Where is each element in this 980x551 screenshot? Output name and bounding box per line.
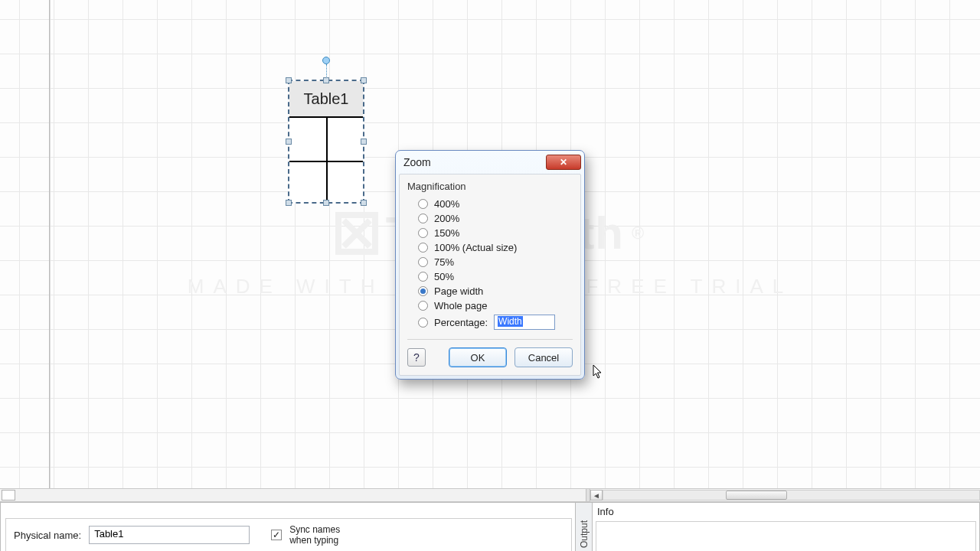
- magnification-label: Magnification: [407, 181, 573, 192]
- resize-handle-mt[interactable]: [323, 77, 329, 83]
- zoom-option-200[interactable]: 200%: [407, 211, 573, 226]
- zoom-option-whole-page[interactable]: Whole page: [407, 298, 573, 313]
- resize-handle-ml[interactable]: [286, 139, 292, 145]
- scroll-left-button[interactable]: ◄: [590, 490, 603, 500]
- radio-icon: [418, 243, 428, 253]
- close-button[interactable]: ✕: [546, 155, 581, 170]
- ok-label: OK: [471, 352, 485, 364]
- output-tab-label: Output: [579, 517, 590, 551]
- physical-name-input[interactable]: Table1: [89, 526, 250, 544]
- horizontal-scrollbar[interactable]: ◄: [0, 488, 980, 502]
- radio-icon: [418, 228, 428, 238]
- sync-names-label-2: when typing: [289, 535, 340, 546]
- scroll-thumb[interactable]: [726, 491, 787, 500]
- cancel-label: Cancel: [528, 352, 559, 364]
- properties-panel: Physical name: Table1 ✓ Sync names when …: [0, 502, 576, 551]
- help-icon: ?: [413, 351, 420, 364]
- mouse-cursor-icon: [593, 364, 603, 380]
- radio-icon: [418, 301, 428, 311]
- zoom-dialog: Zoom ✕ Magnification 400% 200% 150% 100%…: [395, 150, 585, 380]
- zoom-option-label: 100% (Actual size): [434, 242, 517, 253]
- rotation-connector: [326, 64, 327, 78]
- sync-names-checkbox[interactable]: ✓: [271, 530, 282, 540]
- zoom-option-label: Percentage:: [434, 317, 488, 328]
- zoom-option-label: Page width: [434, 285, 483, 297]
- radio-icon: [418, 199, 428, 209]
- dialog-title: Zoom: [403, 156, 431, 168]
- physical-name-value: Table1: [94, 528, 123, 540]
- table-shape-title: Table1: [289, 81, 363, 118]
- ok-button[interactable]: OK: [449, 347, 507, 367]
- resize-handle-br[interactable]: [361, 200, 367, 206]
- resize-handle-bl[interactable]: [286, 200, 292, 206]
- dialog-titlebar[interactable]: Zoom ✕: [396, 151, 584, 174]
- resize-handle-tl[interactable]: [286, 77, 292, 83]
- table-shape[interactable]: Table1: [288, 80, 364, 204]
- resize-handle-mb[interactable]: [323, 200, 329, 206]
- info-panel-title: Info: [597, 506, 614, 517]
- radio-icon: [418, 214, 428, 223]
- radio-icon: [418, 257, 428, 267]
- radio-icon: [418, 272, 428, 282]
- radio-icon: [418, 318, 428, 328]
- zoom-option-percentage[interactable]: Percentage: Width: [407, 313, 573, 331]
- zoom-option-150[interactable]: 150%: [407, 226, 573, 240]
- physical-name-label: Physical name:: [14, 530, 81, 541]
- zoom-option-50[interactable]: 50%: [407, 269, 573, 284]
- zoom-option-400[interactable]: 400%: [407, 197, 573, 211]
- dialog-separator: [407, 339, 573, 340]
- zoom-option-label: 150%: [434, 227, 459, 239]
- zoom-option-75[interactable]: 75%: [407, 255, 573, 269]
- canvas-tool-icon[interactable]: [2, 490, 15, 500]
- zoom-option-page-width[interactable]: Page width: [407, 284, 573, 298]
- zoom-option-label: 400%: [434, 198, 459, 210]
- cancel-button[interactable]: Cancel: [514, 347, 573, 367]
- output-tab[interactable]: Output: [576, 502, 593, 551]
- zoom-option-label: 200%: [434, 213, 459, 224]
- close-icon: ✕: [560, 157, 567, 168]
- help-button[interactable]: ?: [407, 348, 426, 367]
- table-shape-cells: [289, 118, 363, 204]
- sync-names-label-1: Sync names: [289, 524, 340, 535]
- rotation-handle[interactable]: [322, 57, 330, 64]
- resize-handle-mr[interactable]: [361, 139, 367, 145]
- percentage-input[interactable]: Width: [494, 315, 555, 330]
- radio-icon: [418, 286, 428, 296]
- info-panel: Info: [593, 502, 980, 551]
- page-left-edge: [49, 0, 51, 490]
- info-panel-body[interactable]: [596, 521, 976, 551]
- zoom-option-100[interactable]: 100% (Actual size): [407, 240, 573, 255]
- resize-handle-tr[interactable]: [361, 77, 367, 83]
- zoom-option-label: 50%: [434, 271, 454, 282]
- zoom-option-label: Whole page: [434, 300, 487, 311]
- zoom-option-label: 75%: [434, 256, 454, 268]
- scroll-track[interactable]: [603, 490, 980, 500]
